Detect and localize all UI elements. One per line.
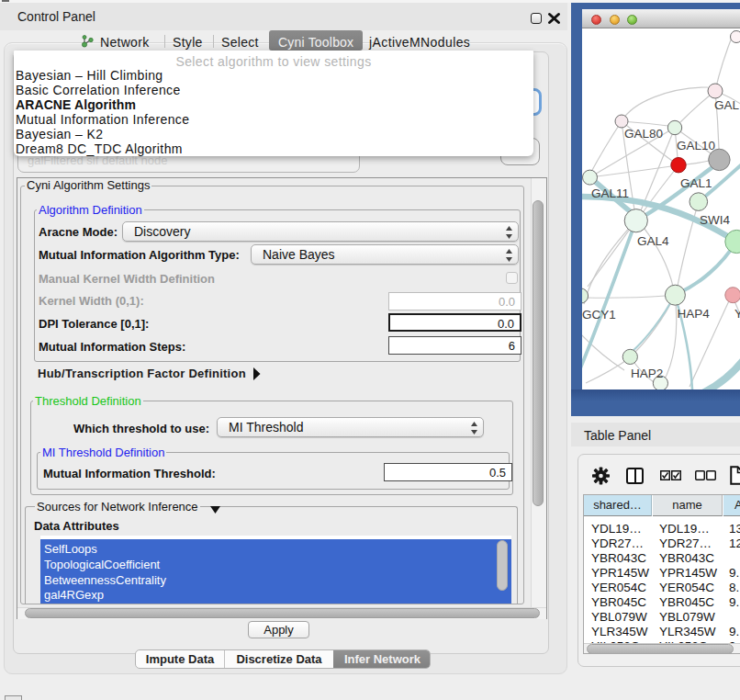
svg-text:GAL1: GAL1 bbox=[680, 176, 712, 190]
svg-text:GAL: GAL bbox=[714, 98, 740, 112]
svg-text:SWI4: SWI4 bbox=[700, 213, 730, 227]
svg-text:YM: YM bbox=[734, 307, 740, 321]
svg-text:GAL10: GAL10 bbox=[677, 139, 715, 152]
svg-text:HAP4: HAP4 bbox=[678, 307, 711, 321]
svg-text:GAL11: GAL11 bbox=[591, 186, 629, 200]
svg-text:GAL4: GAL4 bbox=[637, 234, 669, 248]
svg-text:GAL80: GAL80 bbox=[624, 127, 663, 141]
svg-text:GCY1: GCY1 bbox=[582, 308, 616, 322]
svg-text:HAP2: HAP2 bbox=[631, 367, 663, 380]
